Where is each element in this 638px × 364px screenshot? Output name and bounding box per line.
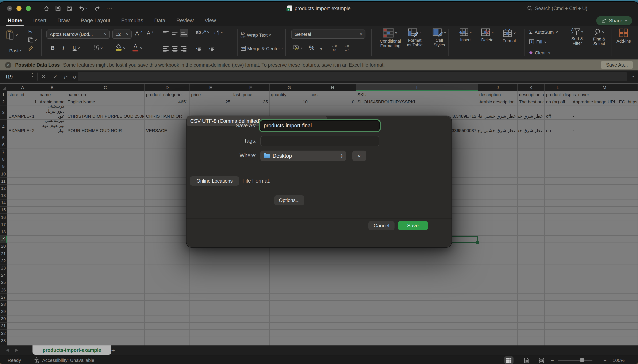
cell-J9[interactable] bbox=[478, 163, 518, 170]
percent-style-button[interactable]: % bbox=[309, 44, 315, 51]
cell-A29[interactable] bbox=[7, 308, 39, 315]
cell-J22[interactable] bbox=[478, 257, 518, 264]
align-right-icon[interactable] bbox=[181, 46, 187, 52]
minimize-window-button[interactable] bbox=[17, 6, 22, 11]
cell-L3[interactable]: off bbox=[545, 106, 571, 120]
cell-M5[interactable] bbox=[571, 134, 638, 141]
cell-C2[interactable]: English Name bbox=[66, 98, 145, 106]
merge-center-button[interactable]: Merge & Center bbox=[241, 46, 284, 51]
cell-B25[interactable] bbox=[39, 279, 66, 286]
cell-C27[interactable] bbox=[66, 294, 145, 301]
cell-L9[interactable] bbox=[545, 163, 571, 170]
cell-M4[interactable]: - bbox=[571, 120, 638, 134]
col-header-F[interactable]: F bbox=[232, 84, 270, 91]
font-name-select[interactable]: Aptos Narrow (Bod... bbox=[47, 30, 110, 39]
cell-I26[interactable] bbox=[356, 286, 478, 294]
cell-K27[interactable] bbox=[518, 294, 545, 301]
number-format-select[interactable]: General bbox=[291, 30, 365, 39]
cell-J11[interactable] bbox=[478, 178, 518, 185]
cell-K26[interactable] bbox=[518, 286, 545, 294]
cell-L11[interactable] bbox=[545, 178, 571, 185]
cell-E1[interactable]: price bbox=[190, 91, 232, 98]
cell-D6[interactable] bbox=[145, 141, 190, 148]
cell-E31[interactable] bbox=[190, 323, 232, 330]
cell-A8[interactable] bbox=[7, 156, 39, 163]
increase-indent-icon[interactable] bbox=[208, 46, 214, 51]
row-header-25[interactable]: 25 bbox=[0, 279, 7, 286]
undo-menu-chevron-icon[interactable] bbox=[85, 6, 88, 10]
tab-home[interactable]: Home bbox=[8, 18, 22, 24]
col-header-I[interactable]: I bbox=[356, 84, 478, 91]
cell-H33[interactable] bbox=[309, 337, 356, 344]
cell-J25[interactable] bbox=[478, 279, 518, 286]
cell-C21[interactable] bbox=[66, 250, 145, 257]
cell-A27[interactable] bbox=[7, 294, 39, 301]
accounting-format-button[interactable] bbox=[293, 45, 303, 50]
tags-input[interactable] bbox=[260, 136, 379, 146]
cell-D7[interactable] bbox=[145, 149, 190, 156]
cell-J1[interactable]: description bbox=[478, 91, 518, 98]
cell-A32[interactable] bbox=[7, 330, 39, 337]
cell-A24[interactable] bbox=[7, 272, 39, 279]
align-top-icon[interactable] bbox=[163, 31, 169, 35]
fill-button[interactable]: Fill bbox=[529, 39, 546, 44]
cell-B1[interactable]: name bbox=[39, 91, 66, 98]
cell-B10[interactable] bbox=[39, 170, 66, 178]
zoom-in-button[interactable] bbox=[603, 356, 606, 364]
redo-icon[interactable] bbox=[94, 5, 101, 12]
accessibility-status[interactable]: Accessibility: Unavailable bbox=[42, 356, 94, 364]
cell-E21[interactable] bbox=[190, 250, 232, 257]
col-header-K[interactable]: K bbox=[518, 84, 545, 91]
cell-G31[interactable] bbox=[270, 323, 309, 330]
format-as-table-button[interactable]: Formatas Table bbox=[403, 28, 426, 47]
cell-M16[interactable] bbox=[571, 214, 638, 221]
cell-C13[interactable] bbox=[66, 192, 145, 199]
cell-A15[interactable] bbox=[7, 207, 39, 214]
col-header-C[interactable]: C bbox=[66, 84, 145, 91]
cell-A17[interactable] bbox=[7, 221, 39, 228]
cell-B22[interactable] bbox=[39, 257, 66, 264]
cell-L1[interactable]: product_display bbox=[545, 91, 571, 98]
add-sheet-button[interactable]: + bbox=[109, 346, 117, 355]
cell-J24[interactable] bbox=[478, 272, 518, 279]
cell-E28[interactable] bbox=[190, 301, 232, 308]
cell-M2[interactable]: Approriate image URL, EG: https bbox=[571, 98, 638, 106]
cell-M11[interactable] bbox=[571, 178, 638, 185]
cell-E33[interactable] bbox=[190, 337, 232, 344]
cell-E2[interactable]: 25 bbox=[190, 98, 232, 106]
cell-K8[interactable] bbox=[518, 156, 545, 163]
cell-G26[interactable] bbox=[270, 286, 309, 294]
row-header-33[interactable]: 33 bbox=[0, 337, 7, 344]
row-header-11[interactable]: 11 bbox=[0, 178, 7, 185]
cell-K31[interactable] bbox=[518, 323, 545, 330]
cell-C11[interactable] bbox=[66, 178, 145, 185]
align-left-icon[interactable] bbox=[163, 46, 169, 52]
cell-B18[interactable] bbox=[39, 228, 66, 236]
cell-K12[interactable] bbox=[518, 185, 545, 192]
cell-G28[interactable] bbox=[270, 301, 309, 308]
tab-review[interactable]: Review bbox=[176, 18, 194, 24]
tab-page-layout[interactable]: Page Layout bbox=[81, 18, 110, 24]
cell-L15[interactable] bbox=[545, 207, 571, 214]
cell-B4[interactable]: فيرساتشي بور هوم عود نوار bbox=[39, 120, 66, 134]
cell-L31[interactable] bbox=[545, 323, 571, 330]
cell-F1[interactable]: last_price bbox=[232, 91, 270, 98]
cell-A20[interactable] bbox=[7, 243, 39, 250]
cell-L17[interactable] bbox=[545, 221, 571, 228]
cell-L25[interactable] bbox=[545, 279, 571, 286]
cell-C12[interactable] bbox=[66, 185, 145, 192]
home-icon[interactable] bbox=[43, 5, 50, 12]
align-center-icon[interactable] bbox=[172, 46, 178, 52]
cell-K33[interactable] bbox=[518, 337, 545, 344]
cell-F26[interactable] bbox=[232, 286, 270, 294]
cell-D25[interactable] bbox=[145, 279, 190, 286]
zoom-slider-thumb[interactable] bbox=[580, 358, 584, 362]
cell-M7[interactable] bbox=[571, 149, 638, 156]
cell-A16[interactable] bbox=[7, 214, 39, 221]
cell-F33[interactable] bbox=[232, 337, 270, 344]
row-header-17[interactable]: 17 bbox=[0, 221, 7, 228]
function-chevron-icon[interactable] bbox=[72, 71, 77, 84]
cell-C6[interactable] bbox=[66, 141, 145, 148]
cell-C7[interactable] bbox=[66, 149, 145, 156]
cell-M26[interactable] bbox=[571, 286, 638, 294]
